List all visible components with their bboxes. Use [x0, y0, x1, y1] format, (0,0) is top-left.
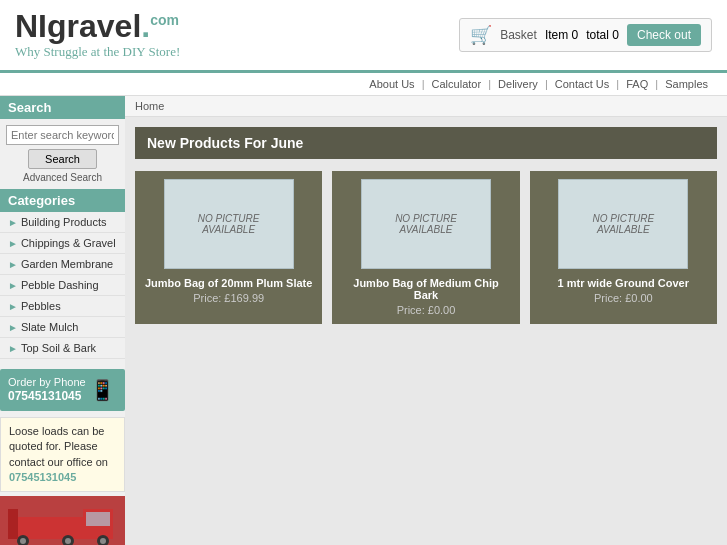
category-slate-mulch[interactable]: ► Slate Mulch [0, 317, 125, 338]
truck-image-area [0, 496, 125, 545]
svg-point-6 [65, 538, 71, 544]
breadcrumb: Home [125, 96, 727, 117]
nav-bar: About Us | Calculator | Delivery | Conta… [0, 73, 727, 96]
category-label: Building Products [21, 216, 107, 228]
category-top-soil-bark[interactable]: ► Top Soil & Bark [0, 338, 125, 359]
svg-rect-2 [86, 512, 110, 526]
no-picture-text: NO PICTURE [592, 213, 654, 224]
phone-box: Order by Phone 07545131045 📱 [0, 369, 125, 411]
nav-about-us[interactable]: About Us [369, 78, 414, 90]
chevron-right-icon: ► [8, 259, 18, 270]
logo: NIgravel.com [15, 10, 180, 42]
svg-point-8 [100, 538, 106, 544]
chevron-right-icon: ► [8, 301, 18, 312]
category-pebbles[interactable]: ► Pebbles [0, 296, 125, 317]
chevron-right-icon: ► [8, 280, 18, 291]
loose-loads-text: Loose loads can be quoted for. Please co… [9, 425, 108, 468]
basket-icon: 🛒 [470, 24, 492, 46]
main-content: Home New Products For June NO PICTURE AV… [125, 96, 727, 545]
product-image-3: NO PICTURE AVAILABLE [558, 179, 688, 269]
product-name-3: 1 mtr wide Ground Cover [558, 277, 689, 289]
product-image-1: NO PICTURE AVAILABLE [164, 179, 294, 269]
product-price-1: Price: £169.99 [193, 292, 264, 304]
main-layout: Search Search Advanced Search Categories… [0, 96, 727, 545]
chevron-right-icon: ► [8, 217, 18, 228]
svg-rect-9 [8, 509, 18, 539]
new-products-header: New Products For June [135, 127, 717, 159]
truck-icon [8, 499, 118, 545]
category-chippings-gravel[interactable]: ► Chippings & Gravel [0, 233, 125, 254]
svg-point-4 [20, 538, 26, 544]
products-grid: NO PICTURE AVAILABLE Jumbo Bag of 20mm P… [135, 171, 717, 324]
search-box-area: Search Advanced Search [0, 119, 125, 189]
logo-gravel: gravel [47, 8, 141, 44]
nav-calculator[interactable]: Calculator [432, 78, 482, 90]
product-price-2: Price: £0.00 [397, 304, 456, 316]
chevron-right-icon: ► [8, 238, 18, 249]
no-picture-text-2: AVAILABLE [202, 224, 255, 235]
no-picture-text: NO PICTURE [395, 213, 457, 224]
search-section-title: Search [0, 96, 125, 119]
search-input[interactable] [6, 125, 119, 145]
loose-loads-box: Loose loads can be quoted for. Please co… [0, 417, 125, 493]
product-card-1[interactable]: NO PICTURE AVAILABLE Jumbo Bag of 20mm P… [135, 171, 322, 324]
chevron-right-icon: ► [8, 322, 18, 333]
svg-rect-0 [8, 517, 83, 539]
basket-area: 🛒 Basket Item 0 total 0 Check out [459, 18, 712, 52]
order-by-phone-label: Order by Phone [8, 375, 86, 389]
sidebar: Search Search Advanced Search Categories… [0, 96, 125, 545]
nav-samples[interactable]: Samples [665, 78, 708, 90]
phone-number: 07545131045 [8, 389, 86, 405]
categories-section-title: Categories [0, 189, 125, 212]
logo-area: NIgravel.com Why Struggle at the DIY Sto… [15, 10, 180, 60]
category-garden-membrane[interactable]: ► Garden Membrane [0, 254, 125, 275]
product-card-3[interactable]: NO PICTURE AVAILABLE 1 mtr wide Ground C… [530, 171, 717, 324]
logo-ni: NI [15, 8, 47, 44]
tagline: Why Struggle at the DIY Store! [15, 44, 180, 60]
category-label: Chippings & Gravel [21, 237, 116, 249]
category-label: Pebble Dashing [21, 279, 99, 291]
search-button[interactable]: Search [28, 149, 97, 169]
category-label: Garden Membrane [21, 258, 113, 270]
product-price-3: Price: £0.00 [594, 292, 653, 304]
category-building-products[interactable]: ► Building Products [0, 212, 125, 233]
categories-list: ► Building Products ► Chippings & Gravel… [0, 212, 125, 359]
product-image-2: NO PICTURE AVAILABLE [361, 179, 491, 269]
no-picture-text-2: AVAILABLE [400, 224, 453, 235]
page-header: NIgravel.com Why Struggle at the DIY Sto… [0, 0, 727, 73]
product-name-1: Jumbo Bag of 20mm Plum Slate [145, 277, 312, 289]
logo-dot: . [141, 8, 150, 44]
nav-delivery[interactable]: Delivery [498, 78, 538, 90]
logo-com: com [150, 12, 179, 28]
chevron-right-icon: ► [8, 343, 18, 354]
phone-icon: 📱 [90, 378, 115, 402]
phone-box-text: Order by Phone 07545131045 [8, 375, 86, 405]
nav-faq[interactable]: FAQ [626, 78, 648, 90]
category-label: Top Soil & Bark [21, 342, 96, 354]
no-picture-text: NO PICTURE [198, 213, 260, 224]
basket-item-count: Item 0 [545, 28, 578, 42]
nav-contact-us[interactable]: Contact Us [555, 78, 609, 90]
basket-label: Basket [500, 28, 537, 42]
basket-total: total 0 [586, 28, 619, 42]
category-label: Pebbles [21, 300, 61, 312]
advanced-search-link[interactable]: Advanced Search [6, 172, 119, 183]
product-card-2[interactable]: NO PICTURE AVAILABLE Jumbo Bag of Medium… [332, 171, 519, 324]
loose-loads-phone: 07545131045 [9, 471, 76, 483]
products-section: New Products For June NO PICTURE AVAILAB… [125, 117, 727, 334]
category-pebble-dashing[interactable]: ► Pebble Dashing [0, 275, 125, 296]
category-label: Slate Mulch [21, 321, 78, 333]
product-name-2: Jumbo Bag of Medium Chip Bark [340, 277, 511, 301]
checkout-button[interactable]: Check out [627, 24, 701, 46]
no-picture-text-2: AVAILABLE [597, 224, 650, 235]
